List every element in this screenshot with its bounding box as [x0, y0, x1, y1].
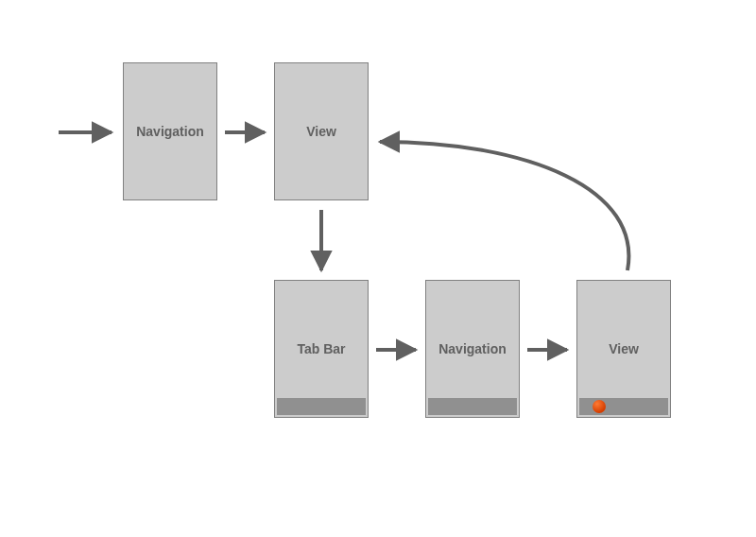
tab-bar-strip: [277, 398, 366, 415]
node-view-top: View: [274, 62, 369, 200]
node-tab-bar: Tab Bar: [274, 280, 369, 418]
arrow-curved-icon: [380, 142, 628, 270]
node-navigation-top: Navigation: [123, 62, 217, 200]
tab-bar-strip: [428, 398, 517, 415]
node-label: Tab Bar: [297, 341, 345, 356]
node-label: Navigation: [438, 341, 507, 356]
node-label: View: [609, 341, 639, 356]
node-view-bottom: View: [576, 280, 671, 418]
selected-tab-indicator-icon: [593, 400, 606, 413]
node-label: View: [306, 124, 336, 139]
node-navigation-bottom: Navigation: [425, 280, 520, 418]
node-label: Navigation: [136, 124, 204, 139]
diagram-arrows: [0, 0, 756, 537]
